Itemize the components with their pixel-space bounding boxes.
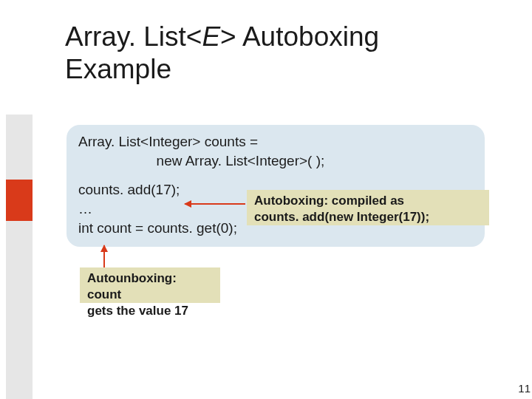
code-line-2: new Array. List<Integer>( ); — [78, 151, 473, 171]
callout-autounboxing: Autounboxing: count gets the value 17 — [80, 267, 220, 303]
title-line2: Example — [65, 54, 171, 84]
arrow-autounboxing — [103, 245, 105, 267]
callout-autoboxing: Autoboxing: compiled as counts. add(new … — [247, 190, 489, 225]
title-suffix: > Autoboxing — [220, 21, 379, 52]
page-number: 11 — [518, 382, 531, 395]
callout-autounboxing-l1: Autounboxing: count — [87, 270, 213, 303]
callout-autoboxing-l2: counts. add(new Integer(17)); — [254, 209, 482, 225]
callout-autounboxing-l2: gets the value 17 — [87, 303, 213, 319]
code-line-1: Array. List<Integer> counts = — [78, 132, 473, 151]
title-prefix: Array. List< — [65, 21, 202, 52]
callout-autoboxing-l1: Autoboxing: compiled as — [254, 193, 482, 209]
title-emphasis: E — [202, 21, 220, 52]
arrow-autoboxing — [185, 203, 245, 205]
slide-accent-bar — [6, 115, 33, 399]
slide-title: Array. List<E> Autoboxing Example — [65, 21, 379, 85]
code-block: Array. List<Integer> counts = new Array.… — [66, 125, 485, 247]
